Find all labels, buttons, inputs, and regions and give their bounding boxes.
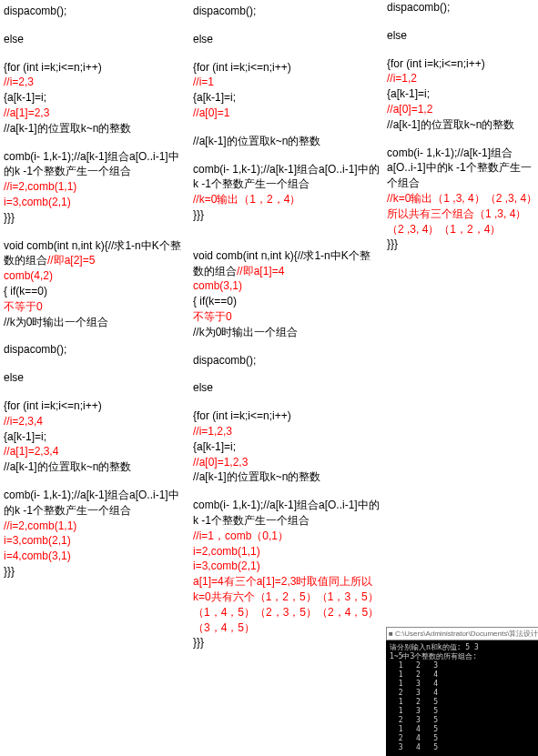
code-line: dispacomb();: [4, 342, 186, 358]
code-line: }}}: [4, 564, 186, 580]
code-line: dispacomb();: [4, 4, 186, 19]
code-line: }}}: [387, 237, 538, 252]
code-line: //a[k-1]的位置取k~n的整数: [387, 117, 538, 133]
comment-line: //i=2,comb(1,1): [4, 519, 186, 534]
code-line: { if(k==0): [193, 294, 380, 309]
code-line: { if(k==0): [4, 284, 186, 299]
terminal-title-bar: ■ C:\Users\Administrator\Documents\算法设计作…: [386, 627, 538, 640]
comment-line: //a[0]=1,2: [387, 102, 538, 117]
code-line: dispacomb();: [387, 0, 538, 15]
comment-line: //k=0输出（1，2，4）: [193, 192, 380, 207]
code-line: //k为0时输出一个组合: [193, 325, 380, 340]
code-line: }}}: [193, 207, 380, 223]
comment-line: //a[1]=2,3: [4, 106, 186, 121]
code-line: //k为0时输出一个组合: [4, 315, 186, 330]
code-line: {for (int i=k;i<=n;i++): [193, 408, 380, 424]
code-line: else: [193, 380, 380, 396]
code-line: {a[k-1]=i;: [387, 86, 538, 102]
comment-line: //a[0]=1: [193, 106, 380, 121]
code-line: comb(i- 1,k-1);//a[k-1]组合a[O..i-1]中的k -1…: [4, 149, 186, 180]
code-line: {a[k-1]=i;: [193, 439, 380, 455]
code-line: dispacomb();: [193, 353, 380, 368]
code-line: {a[k-1]=i;: [4, 90, 186, 106]
code-line: }}}: [193, 635, 380, 650]
comment-line: //k=0输出（1 ,3, 4）（2 ,3, 4）所以共有三个组合（1 ,3, …: [387, 191, 538, 237]
code-line: else: [4, 370, 186, 386]
code-line: else: [4, 32, 186, 47]
comment-line: i=3,comb(2,1): [193, 559, 380, 574]
comment-line: 不等于0: [4, 299, 186, 315]
comment-line: //i=1，comb（0,1）: [193, 529, 380, 544]
code-line: //a[k-1]的位置取k~n的整数: [4, 121, 186, 136]
comment-line: //i=1,2: [387, 71, 538, 86]
code-line: else: [193, 32, 380, 47]
column-3: dispacomb(); else {for (int i=k;i<=n;i++…: [387, 4, 538, 663]
code-line: {for (int i=k;i<=n;i++): [4, 60, 186, 76]
comment-line: //i=1: [193, 75, 380, 90]
code-line: //a[k-1]的位置取k~n的整数: [193, 134, 380, 149]
comment-line: //即a[2]=5: [47, 254, 95, 267]
code-line: }}}: [4, 210, 186, 226]
comment-line: i=4,comb(3,1): [4, 549, 186, 564]
code-line: {a[k-1]=i;: [4, 429, 186, 445]
comment-line: a[1]=4有三个a[1]=2,3时取值同上所以k=0共有六个（1，2，5）（1…: [193, 574, 380, 635]
terminal-window: ■ C:\Users\Administrator\Documents\算法设计作…: [386, 627, 538, 756]
comment-line: 不等于0: [193, 309, 380, 325]
code-line: comb(i- 1,k-1);//a[k-1]组合a[O..i-1]中的k -1…: [193, 162, 380, 193]
column-2: dispacomb(); else {for (int i=k;i<=n;i++…: [193, 4, 380, 663]
comment-line: //i=1,2,3: [193, 424, 380, 439]
code-line: dispacomb();: [193, 4, 380, 19]
comment-line: //i=2,3,4: [4, 414, 186, 429]
comment-line: //a[0]=1,2,3: [193, 455, 380, 470]
column-1: dispacomb(); else {for (int i=k;i<=n;i++…: [4, 4, 186, 663]
code-line: comb(i- 1,k-1);//a[k-1]组合a[O..i-1]中的k -1…: [4, 488, 186, 519]
terminal-output: 请分别输入n和k的值: 5 3 1~5中3个整数的所有组合: 1 2 3 1 2…: [386, 640, 538, 756]
code-line: comb(i- 1,k-1);//a[k-1]组合a[O..i-1]中的k -1…: [387, 146, 538, 191]
code-line: //a[k-1]的位置取k~n的整数: [4, 459, 186, 475]
comment-line: //a[1]=2,3,4: [4, 444, 186, 459]
code-line: else: [387, 28, 538, 44]
code-line: {for (int i=k;i<=n;i++): [387, 56, 538, 72]
comment-line: comb(4,2): [4, 268, 186, 284]
code-line: //a[k-1]的位置取k~n的整数: [193, 469, 380, 485]
comment-line: comb(3,1): [193, 278, 380, 294]
code-line: {a[k-1]=i;: [193, 90, 380, 106]
comment-line: i=2,comb(1,1): [193, 544, 380, 559]
comment-line: //即a[1]=4: [237, 265, 284, 277]
code-line: comb(i- 1,k-1);//a[k-1]组合a[O..i-1]中的k -1…: [193, 498, 380, 529]
comment-line: //i=2,comb(1,1): [4, 179, 186, 195]
code-line: {for (int i=k;i<=n;i++): [193, 60, 380, 76]
comment-line: //i=2,3: [4, 75, 186, 90]
comment-line: i=3,comb(2,1): [4, 533, 186, 549]
code-line: {for (int i=k;i<=n;i++): [4, 398, 186, 414]
comment-line: i=3,comb(2,1): [4, 195, 186, 210]
